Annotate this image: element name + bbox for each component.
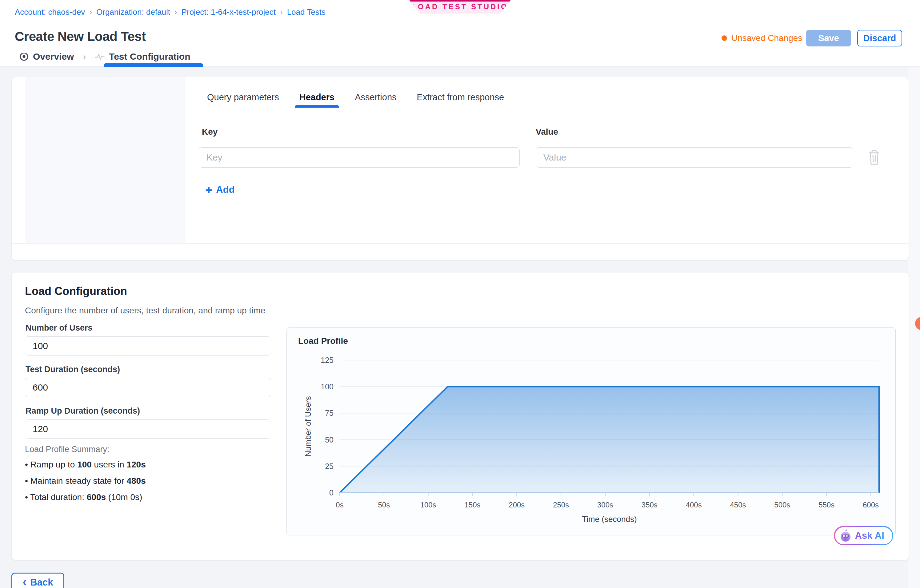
plus-icon: + [205, 184, 212, 196]
summary-item: • Maintain steady state for 480s [25, 475, 277, 487]
request-config-card: Query parametersHeadersAssertionsExtract… [11, 77, 909, 260]
ask-ai-button[interactable]: Ask AI [834, 526, 893, 545]
request-side-panel [25, 77, 185, 244]
chart-title: Load Profile [298, 336, 348, 346]
wizard-steps: Overview › Test Configuration [0, 53, 920, 67]
ask-ai-label: Ask AI [855, 530, 884, 541]
breadcrumb-separator-icon: › [89, 7, 92, 17]
load-test-studio-badge: LOAD TEST STUDIO [409, 0, 511, 13]
load-configuration-title: Load Configuration [25, 285, 127, 298]
chart-y-tick-label: 75 [325, 409, 334, 417]
key-column-label: Key [202, 127, 217, 137]
chart-x-axis-title: Time (seconds) [582, 515, 637, 524]
load-configuration-card: Load Configuration Configure the number … [11, 272, 909, 561]
back-chevron-icon: ‹ [23, 576, 27, 588]
summary-text: Maintain steady state for [31, 476, 127, 486]
chart-x-tick-label: 500s [774, 501, 790, 509]
header-value-input[interactable] [536, 147, 853, 168]
chart-x-tick-label: 550s [818, 501, 834, 509]
test-duration-label: Test Duration (seconds) [26, 365, 271, 374]
page-title: Create New Load Test [15, 29, 146, 44]
chart-x-tick-label: 350s [641, 501, 658, 509]
summary-text: 100 [77, 460, 92, 469]
number-of-users-input[interactable] [25, 336, 271, 355]
step-separator-chevron-icon: › [83, 53, 86, 63]
request-config-content: Query parametersHeadersAssertionsExtract… [185, 77, 909, 243]
overview-target-icon [19, 53, 29, 61]
summary-item: • Total duration: 600s (10m 0s) [25, 491, 277, 504]
summary-item: • Ramp up to 100 users in 120s [25, 459, 277, 471]
bullet-icon: • [25, 476, 31, 486]
summary-text: (10m 0s) [106, 493, 142, 502]
unsaved-changes-label: Unsaved Changes [731, 33, 802, 43]
tab-assertions[interactable]: Assertions [355, 92, 396, 108]
chart-x-tick-label: 50s [378, 501, 390, 509]
step-test-configuration[interactable]: Test Configuration [94, 53, 190, 62]
breadcrumb-link[interactable]: Load Tests [287, 7, 326, 17]
breadcrumb-link[interactable]: Project: 1-64-x-test-project [181, 7, 276, 17]
chart-x-tick-label: 250s [553, 501, 569, 509]
chart-y-tick-label: 125 [321, 356, 334, 364]
chart-x-tick-label: 0s [336, 501, 343, 509]
add-label: Add [216, 184, 235, 195]
load-profile-summary: Load Profile Summary: • Ramp up to 100 u… [25, 445, 277, 507]
badge-label: LOAD TEST STUDIO [412, 2, 508, 11]
bullet-icon: • [25, 460, 31, 469]
breadcrumb-separator-icon: › [280, 7, 283, 17]
card-footer-divider [12, 243, 909, 244]
summary-list: • Ramp up to 100 users in 120s• Maintain… [25, 459, 277, 504]
chart-x-tick-label: 150s [464, 501, 480, 509]
bullet-icon: • [25, 493, 30, 502]
ramp-up-duration-input[interactable] [25, 420, 271, 439]
chart-y-tick-label: 0 [329, 488, 334, 497]
chart-x-tick-label: 200s [509, 501, 525, 509]
activity-icon [94, 53, 105, 61]
chart-y-tick-label: 50 [325, 436, 334, 444]
summary-title: Load Profile Summary: [25, 445, 277, 454]
request-tabs: Query parametersHeadersAssertionsExtract… [185, 77, 909, 108]
summary-text: users in [92, 460, 127, 469]
step-overview[interactable]: Overview [19, 53, 74, 62]
summary-text: Ramp up to [31, 460, 78, 469]
delete-row-button[interactable] [867, 149, 881, 165]
save-button[interactable]: Save [806, 30, 851, 47]
ai-mascot-icon [839, 529, 852, 542]
step-overview-label: Overview [33, 53, 74, 62]
summary-text: Total duration: [30, 493, 87, 502]
summary-text: 480s [126, 476, 146, 486]
summary-text: 600s [87, 493, 106, 502]
chart-y-tick-label: 25 [325, 462, 334, 470]
load-configuration-fields: Number of UsersTest Duration (seconds)Ra… [25, 323, 271, 448]
ramp-up-duration-label: Ramp Up Duration (seconds) [26, 406, 271, 416]
back-button[interactable]: ‹ Back [11, 573, 64, 588]
breadcrumb-link[interactable]: Account: chaos-dev [15, 7, 85, 17]
breadcrumb-separator-icon: › [175, 7, 177, 17]
value-column-label: Value [536, 127, 558, 137]
header-key-input[interactable] [199, 147, 520, 168]
chart-holder: 02550751001250s50s100s150s200s250s300s35… [287, 328, 895, 536]
chart-x-tick-label: 300s [597, 501, 613, 509]
add-row-button[interactable]: + Add [203, 183, 236, 196]
summary-text: 120s [126, 460, 146, 469]
chart-x-tick-label: 100s [420, 501, 436, 509]
active-step-underline [104, 63, 203, 67]
chart-x-tick-label: 400s [686, 501, 702, 509]
tab-query-parameters[interactable]: Query parameters [207, 92, 279, 108]
load-configuration-subtitle: Configure the number of users, test dura… [25, 306, 265, 315]
step-test-configuration-label: Test Configuration [109, 53, 190, 62]
back-label: Back [30, 577, 53, 588]
breadcrumb: Account: chaos-dev›Organization: default… [15, 7, 326, 17]
chart-area [340, 386, 879, 493]
tab-extract-from-response[interactable]: Extract from response [417, 92, 504, 108]
unsaved-changes-status: Unsaved Changes [722, 33, 802, 43]
number-of-users-label: Number of Users [26, 323, 271, 333]
chart-x-tick-label: 450s [730, 501, 746, 509]
tab-headers[interactable]: Headers [300, 92, 334, 108]
test-duration-input[interactable] [25, 378, 271, 397]
discard-button[interactable]: Discard [857, 30, 902, 47]
trash-icon [867, 149, 881, 165]
load-profile-chart: 02550751001250s50s100s150s200s250s300s35… [287, 328, 895, 535]
chart-y-tick-label: 100 [321, 382, 334, 391]
breadcrumb-link[interactable]: Organization: default [96, 7, 170, 17]
unsaved-dot-icon [722, 36, 727, 41]
